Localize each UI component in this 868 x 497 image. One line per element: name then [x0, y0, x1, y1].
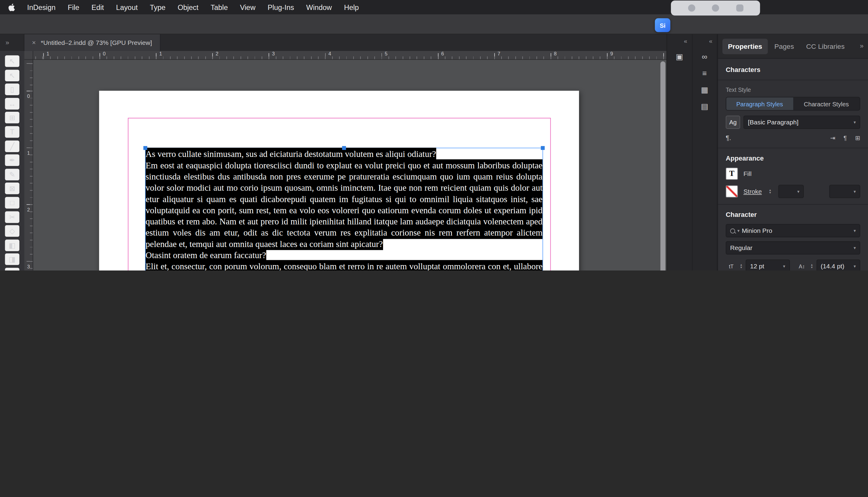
- ruler-label: 2: [215, 51, 272, 56]
- frame-handle-top-left[interactable]: [143, 146, 148, 150]
- font-size-dropdown[interactable]: 12 pt: [746, 259, 790, 270]
- properties-panel: PropertiesPagesCC Libraries » Characters…: [717, 34, 868, 270]
- ruler-label: 2: [24, 207, 33, 264]
- scissors-tool[interactable]: ✂: [5, 211, 19, 223]
- rectangle-tool[interactable]: □: [5, 197, 19, 209]
- selected-text-paragraph[interactable]: Elit et, consectur, con porum volorum, c…: [145, 261, 543, 270]
- font-family-dropdown[interactable]: ▾ Minion Pro: [726, 224, 860, 237]
- free-transform-tool[interactable]: ◇: [5, 225, 19, 237]
- selection-tool[interactable]: ↖: [5, 55, 19, 67]
- line-tool[interactable]: ╱: [5, 140, 19, 152]
- links-panel-icon[interactable]: ∞: [702, 52, 707, 61]
- panel-tab[interactable]: Pages: [769, 39, 800, 54]
- document-tab[interactable]: × *Untitled–2.indd @ 73% [GPU Preview]: [24, 34, 160, 51]
- character-styles-tab[interactable]: Character Styles: [793, 97, 859, 110]
- paragraph-styles-tab[interactable]: Paragraph Styles: [726, 97, 793, 110]
- menu-item[interactable]: Layout: [116, 3, 138, 12]
- direct-selection-tool[interactable]: ↖: [5, 70, 19, 81]
- swatches-panel-icon[interactable]: ▦: [701, 85, 708, 94]
- stroke-panel-icon[interactable]: ≡: [702, 69, 707, 77]
- ruler-label: 3: [24, 264, 33, 270]
- clear-overrides-icon[interactable]: ¶: [844, 134, 847, 141]
- close-tab-icon[interactable]: ×: [32, 39, 36, 47]
- fill-label[interactable]: Fill: [743, 170, 752, 177]
- menu-item[interactable]: Object: [178, 3, 198, 12]
- menu-item[interactable]: Window: [306, 3, 332, 12]
- ruler-label: 4: [328, 51, 385, 56]
- note-tool[interactable]: ▤: [5, 268, 19, 270]
- stroke-weight-stepper[interactable]: ▴▾: [767, 188, 773, 194]
- pencil-tool[interactable]: ✎: [5, 169, 19, 181]
- menu-item[interactable]: Plug-Ins: [268, 3, 294, 12]
- selected-text-paragraph[interactable]: Em eost at eaquaspici dolupta tioresciis…: [145, 160, 543, 250]
- indesign-application-window: InDesignFileEditLayoutTypeObjectTableVie…: [0, 0, 868, 270]
- selected-text-paragraph[interactable]: As verro cullate sinimusam, sus ad eicia…: [145, 149, 543, 160]
- menubar-status-overlay: [671, 1, 760, 16]
- indent-to-here-icon[interactable]: ⇥: [830, 134, 835, 141]
- stroke-label[interactable]: Stroke: [743, 188, 762, 195]
- apple-logo-icon: [8, 3, 15, 12]
- panel-tab[interactable]: Properties: [723, 39, 768, 54]
- ruler-corner[interactable]: [24, 51, 33, 60]
- panel-expand-right-icon[interactable]: »: [860, 42, 864, 50]
- control-center-icon[interactable]: [736, 4, 743, 12]
- wifi-icon[interactable]: [688, 4, 695, 12]
- panel-dock: « ▣ « ∞≡▦▤: [667, 34, 717, 270]
- paragraph-mark-icon[interactable]: ¶.: [726, 134, 731, 142]
- menu-item[interactable]: Edit: [92, 3, 104, 12]
- panel-tab[interactable]: CC Libraries: [800, 39, 850, 54]
- search-icon[interactable]: [712, 4, 719, 12]
- frame-handle-top-center[interactable]: [342, 146, 346, 150]
- document-canvas[interactable]: As verro cullate sinimusam, sus ad eicia…: [33, 60, 667, 270]
- ruler-label: 3: [272, 51, 328, 56]
- collapse-dock-icon[interactable]: «: [684, 38, 692, 44]
- title-bar: [0, 14, 868, 34]
- paragraph-style-dropdown[interactable]: [Basic Paragraph]: [743, 116, 860, 129]
- gradient-feather-tool[interactable]: ◨: [5, 254, 19, 265]
- page-tool[interactable]: ▯: [5, 84, 19, 96]
- frame-handle-top-right[interactable]: [541, 146, 545, 150]
- text-frame-content[interactable]: As verro cullate sinimusam, sus ad eicia…: [145, 149, 543, 270]
- menu-item[interactable]: File: [68, 3, 79, 12]
- appearance-section: Appearance T Fill Stroke ▴▾: [718, 148, 868, 204]
- fill-swatch[interactable]: T: [726, 168, 738, 180]
- menu-item[interactable]: Table: [211, 3, 228, 12]
- menu-item[interactable]: View: [240, 3, 255, 12]
- stroke-type-dropdown[interactable]: [829, 185, 860, 198]
- menu-item[interactable]: Help: [344, 3, 359, 12]
- ruler-label: 0: [24, 94, 33, 150]
- cc-libraries-panel-icon[interactable]: ▤: [701, 102, 708, 111]
- selected-text-paragraph[interactable]: Otasint oratem de earum faccatur?: [145, 250, 543, 261]
- content-collector-tool[interactable]: ⊞: [5, 112, 19, 124]
- gradient-swatch-tool[interactable]: ◧: [5, 240, 19, 251]
- page[interactable]: As verro cullate sinimusam, sus ad eicia…: [99, 91, 579, 270]
- vertical-ruler[interactable]: 0123456: [24, 60, 33, 270]
- leading-stepper[interactable]: ▴▾: [809, 263, 814, 269]
- rectangle-frame-tool[interactable]: ⊠: [5, 183, 19, 195]
- text-frame[interactable]: As verro cullate sinimusam, sus ad eicia…: [145, 147, 543, 270]
- document-tab-title: *Untitled–2.indd @ 73% [GPU Preview]: [41, 39, 152, 46]
- leading-dropdown[interactable]: (14.4 pt): [816, 259, 860, 270]
- siri-badge[interactable]: Si: [655, 18, 670, 32]
- pages-panel-icon[interactable]: ▣: [676, 52, 683, 61]
- collapse-dock-icon[interactable]: «: [709, 38, 717, 44]
- stroke-swatch[interactable]: [726, 185, 738, 197]
- panel-expand-left-icon[interactable]: »: [0, 39, 15, 47]
- create-style-icon[interactable]: ⊞: [855, 134, 860, 141]
- font-size-stepper[interactable]: ▴▾: [738, 263, 744, 269]
- ruler-label: 1: [46, 51, 103, 56]
- pen-tool[interactable]: ✒: [5, 155, 19, 166]
- menu-item[interactable]: Type: [150, 3, 166, 12]
- ruler-label: 8: [554, 51, 610, 56]
- stroke-weight-dropdown[interactable]: [779, 185, 804, 198]
- ruler-label: 6: [441, 51, 498, 56]
- font-size-icon: tT: [726, 263, 737, 269]
- font-style-dropdown[interactable]: Regular: [726, 241, 860, 255]
- vertical-scrollbar-thumb[interactable]: [660, 61, 666, 270]
- vertical-scrollbar[interactable]: [660, 61, 666, 270]
- horizontal-ruler[interactable]: 10123456789: [24, 51, 667, 60]
- type-tool[interactable]: T: [5, 126, 19, 138]
- apple-menu[interactable]: [8, 3, 15, 12]
- gap-tool[interactable]: ↔: [5, 98, 19, 110]
- menu-item[interactable]: InDesign: [27, 3, 55, 12]
